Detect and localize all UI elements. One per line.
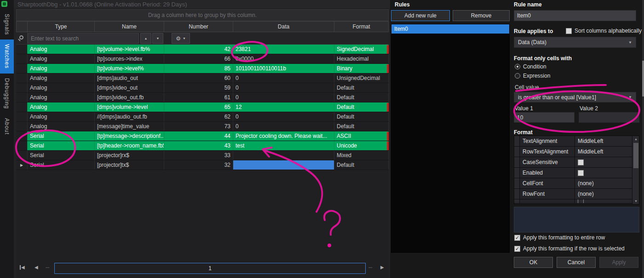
table-row[interactable]: ▶ Analog //[dmps]audio_out.fb 62 0 Defau… [16,112,389,122]
number-cell[interactable]: 59 [164,83,233,92]
pager-ellipsis-right[interactable]: ... [368,264,372,269]
search-next-button[interactable]: ▼ [152,33,163,44]
data-cell[interactable]: 0 [233,93,334,102]
format-cell[interactable]: UnsignedDecimal [334,74,389,83]
table-row[interactable]: ▶ Analog [dmps]audio_out 60 0 UnsignedDe… [16,74,389,83]
name-cell[interactable]: //[dmps]audio_out.fb [95,112,164,121]
name-cell[interactable]: [projector]tx$ [95,160,164,170]
number-cell[interactable]: 43 [164,141,233,150]
type-cell[interactable]: Analog [28,54,95,63]
name-cell[interactable]: [dmps]video_out [95,83,164,92]
data-cell[interactable]: 1011001100110011b [233,64,334,73]
value2-input[interactable] [579,112,639,123]
type-cell[interactable]: Analog [28,74,95,83]
column-header[interactable]: Format [334,21,389,32]
data-cell[interactable]: 23821 [233,45,334,54]
format-cell[interactable]: Default [334,102,389,112]
sidebar-tab[interactable]: Debugging [0,74,14,113]
data-cell[interactable]: Projector cooling down. Please wait... [233,131,334,141]
column-header[interactable]: Name [95,21,164,32]
type-cell[interactable]: Serial [28,141,95,150]
cancel-button[interactable]: Cancel [557,257,596,268]
data-cell[interactable]: 0x0000 [233,54,334,63]
number-cell[interactable]: 42 [164,45,233,54]
format-cell[interactable]: Default [334,112,389,121]
type-cell[interactable]: Analog [28,93,95,102]
type-cell[interactable]: Analog [28,102,95,112]
format-cell[interactable]: Default [334,93,389,102]
name-cell[interactable]: [dmps]video_out.fb [95,93,164,102]
number-cell[interactable]: 65 [164,102,233,112]
sidebar-tab[interactable]: Watches [0,40,14,73]
name-cell[interactable]: [dmps]audio_out [95,74,164,83]
column-header[interactable]: Type [28,21,95,32]
table-row[interactable]: ▶ Analog [dmps]video_out.fb 61 0 Default [16,93,389,102]
data-cell[interactable]: 0 [233,83,334,92]
search-options-button[interactable]: ⚙ ▼ [172,33,190,44]
number-cell[interactable]: 61 [164,93,233,102]
format-cell[interactable]: Mixed [334,151,389,160]
type-cell[interactable]: Serial [28,131,95,141]
name-cell[interactable]: [message]time_value [95,122,164,131]
sidebar-tab[interactable]: Signals [0,9,14,40]
property-value[interactable]: (none) [575,189,632,199]
type-cell[interactable]: Analog [28,112,95,121]
name-cell[interactable]: [dmps]volume->level [95,102,164,112]
property-value[interactable] [575,168,632,178]
rule-name-input[interactable] [514,10,636,21]
search-prev-button[interactable]: ▲ [140,33,151,44]
number-cell[interactable]: 73 [164,122,233,131]
property-value[interactable] [575,157,632,167]
format-cell[interactable]: Hexadecimal [334,54,389,63]
apply-entire-row-checkbox[interactable]: Apply this formatting to entire row [514,234,605,241]
scroll-up-icon[interactable]: ▲ [632,137,639,141]
scrollbar-thumb[interactable] [633,143,638,168]
type-cell[interactable]: Serial [28,151,95,160]
property-value[interactable]: MiddleLeft [575,147,632,157]
apply-button[interactable]: Apply [599,257,638,268]
table-row[interactable]: ▶ Serial [tp]header->room_name.fb$ 43 te… [16,141,389,151]
sort-columns-checkbox[interactable]: Sort columns alphabetically [566,28,642,34]
name-cell[interactable]: [tp]header->room_name.fb$ [95,141,164,150]
format-cell[interactable]: Default [334,83,389,92]
scrollbar-thumb[interactable] [642,61,644,96]
table-row[interactable]: ▶ Analog [tp]volume->level.fb% 42 23821 … [16,45,389,54]
table-row[interactable]: ▶ Serial [projector]rx$ 33 Mixed [16,151,389,160]
number-cell[interactable]: 32 [164,160,233,170]
data-cell[interactable]: test [233,141,334,150]
pager-ellipsis-left[interactable]: ... [46,264,49,269]
rule-list-item[interactable]: Item0 [391,24,509,34]
table-row[interactable]: ▶ Analog [message]time_value 73 0 Defaul… [16,122,389,131]
format-cell[interactable]: Default [334,160,389,170]
expression-radio[interactable]: Expression [515,73,550,79]
ok-button[interactable]: OK [514,257,553,268]
property-row[interactable]: TextAlignment MiddleLeft [514,136,632,147]
table-row[interactable]: ▶ Analog [dmps]video_out 59 0 Default [16,83,389,93]
remove-rule-button[interactable]: Remove [453,10,510,21]
row-expander-icon[interactable]: ▶ [20,163,23,167]
table-row[interactable]: ▶ Analog [tp]volume->level% 85 101100110… [16,64,389,74]
column-header[interactable]: Number [164,21,233,32]
data-cell[interactable]: 0 [233,122,334,131]
format-cell[interactable]: ASCII [334,131,389,141]
previous-page-button[interactable]: ◀ [34,265,38,270]
condition-radio[interactable]: Condition [515,63,546,70]
search-input[interactable] [28,33,139,44]
apply-if-selected-checkbox[interactable]: Apply this formatting if the row is sele… [514,245,625,252]
scroll-down-icon[interactable]: ▼ [632,199,639,203]
first-page-button[interactable]: ◀ [20,265,25,270]
data-cell[interactable] [233,160,334,170]
type-cell[interactable]: Analog [28,45,95,54]
format-cell[interactable]: Unicode [334,141,389,150]
table-row[interactable]: ▶ Analog [dmps]volume->level 65 12 Defau… [16,102,389,112]
property-grid-scrollbar[interactable]: ▲ ▼ [632,136,639,204]
number-cell[interactable]: 85 [164,64,233,73]
property-row[interactable]: Enabled [514,168,632,178]
name-cell[interactable]: [tp]sources->index [95,54,164,63]
group-by-drop-zone[interactable]: Drag a column here to group by this colu… [16,9,389,21]
number-cell[interactable]: 62 [164,112,233,121]
type-cell[interactable]: Analog [28,83,95,92]
name-cell[interactable]: [projector]rx$ [95,151,164,160]
number-cell[interactable]: 44 [164,131,233,141]
rule-applies-dropdown[interactable]: Data (Data) ▼ [514,37,636,48]
